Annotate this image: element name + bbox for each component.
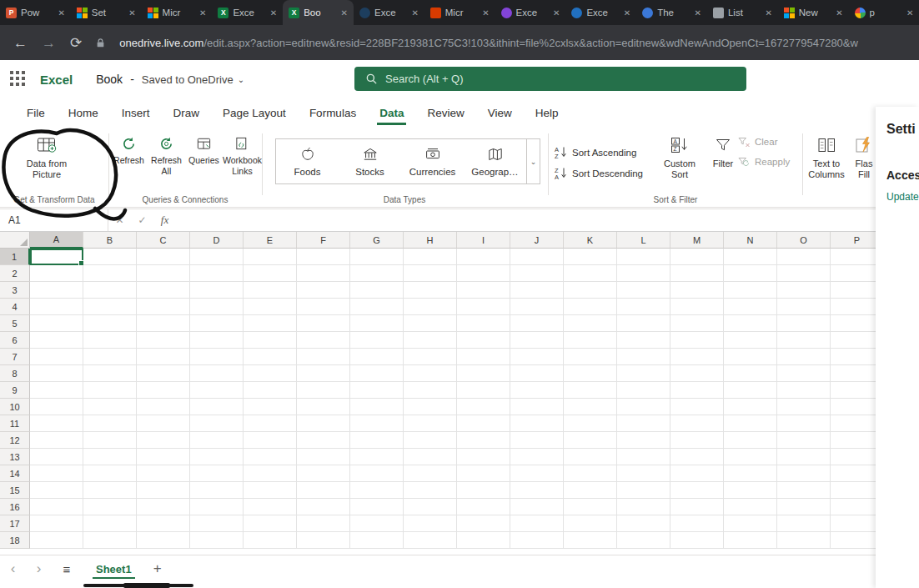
ribbon-tab-formulas[interactable]: Formulas [298, 98, 368, 127]
cell[interactable] [297, 515, 350, 532]
cell[interactable] [83, 349, 137, 365]
cell[interactable] [617, 399, 670, 415]
cell[interactable] [30, 265, 83, 282]
cell[interactable] [404, 449, 457, 465]
close-tab-icon[interactable]: ✕ [906, 8, 913, 18]
ribbon-tab-insert[interactable]: Insert [110, 98, 162, 127]
cell[interactable] [564, 415, 617, 432]
cell[interactable] [724, 365, 777, 382]
cell[interactable] [457, 315, 510, 332]
cell[interactable] [404, 349, 457, 365]
cell[interactable] [617, 532, 670, 549]
cell[interactable] [510, 249, 564, 265]
cell[interactable] [244, 449, 297, 465]
reload-icon[interactable]: ⟳ [70, 36, 82, 50]
cell[interactable] [457, 465, 510, 482]
column-header[interactable]: M [670, 232, 724, 249]
cell[interactable] [83, 399, 137, 415]
cell[interactable] [404, 499, 457, 515]
cell[interactable] [137, 382, 190, 399]
cell[interactable] [457, 399, 510, 415]
column-header[interactable]: D [190, 232, 244, 249]
cell[interactable] [777, 349, 831, 365]
cell[interactable] [83, 415, 137, 432]
cell[interactable] [190, 499, 244, 515]
cell[interactable] [724, 399, 777, 415]
browser-tab[interactable]: PPow✕ [0, 0, 71, 25]
cell[interactable] [137, 399, 190, 415]
cell[interactable] [244, 249, 297, 265]
cell[interactable] [457, 349, 510, 365]
cell[interactable] [831, 465, 876, 482]
ribbon-tab-view[interactable]: View [476, 98, 524, 127]
cell[interactable] [777, 499, 831, 515]
cell[interactable] [457, 382, 510, 399]
cell[interactable] [30, 415, 83, 432]
cell[interactable] [404, 515, 457, 532]
cell[interactable] [137, 315, 190, 332]
cell[interactable] [564, 299, 617, 315]
cell[interactable] [404, 465, 457, 482]
cell[interactable] [564, 465, 617, 482]
cell[interactable] [724, 432, 777, 449]
cell[interactable] [190, 249, 244, 265]
ribbon-tab-review[interactable]: Review [415, 98, 475, 127]
cell[interactable] [30, 532, 83, 549]
cell[interactable] [297, 265, 350, 282]
cell[interactable] [457, 482, 510, 499]
cell[interactable] [510, 415, 564, 432]
cell[interactable] [831, 332, 876, 349]
cell[interactable] [777, 315, 831, 332]
cell[interactable] [297, 415, 350, 432]
ribbon-tab-draw[interactable]: Draw [162, 98, 212, 127]
cell[interactable] [564, 332, 617, 349]
cell[interactable] [510, 532, 564, 549]
data-type-item[interactable]: Currencies [401, 139, 464, 183]
browser-tab[interactable]: Exce✕ [495, 0, 566, 25]
cell[interactable] [777, 432, 831, 449]
cell[interactable] [777, 415, 831, 432]
cell[interactable] [564, 399, 617, 415]
cell[interactable] [777, 282, 831, 299]
cell[interactable] [137, 349, 190, 365]
cell[interactable] [244, 332, 297, 349]
cell[interactable] [724, 449, 777, 465]
cell[interactable] [404, 532, 457, 549]
browser-tab[interactable]: New✕ [778, 0, 849, 25]
cell[interactable] [617, 432, 670, 449]
cell[interactable] [564, 349, 617, 365]
cell[interactable] [297, 432, 350, 449]
cell[interactable] [350, 415, 404, 432]
formula-input[interactable] [176, 209, 876, 231]
sort-ascending-button[interactable]: AZ Sort Ascending [554, 145, 636, 159]
cell[interactable] [617, 515, 670, 532]
cell[interactable] [564, 432, 617, 449]
cell[interactable] [190, 532, 244, 549]
row-header[interactable]: 17 [0, 515, 30, 532]
cell[interactable] [297, 399, 350, 415]
cell[interactable] [831, 482, 876, 499]
cell[interactable] [617, 465, 670, 482]
cell[interactable] [777, 332, 831, 349]
close-tab-icon[interactable]: ✕ [270, 8, 277, 18]
cell[interactable] [724, 249, 777, 265]
cell[interactable] [777, 515, 831, 532]
cell[interactable] [457, 299, 510, 315]
browser-tab[interactable]: List✕ [707, 0, 778, 25]
cell[interactable] [30, 382, 83, 399]
cell[interactable] [30, 365, 83, 382]
cell[interactable] [244, 415, 297, 432]
cell[interactable] [457, 332, 510, 349]
cell[interactable] [670, 299, 724, 315]
cell[interactable] [137, 515, 190, 532]
cell[interactable] [510, 449, 564, 465]
cell[interactable] [190, 365, 244, 382]
cell[interactable] [564, 532, 617, 549]
cell[interactable] [190, 349, 244, 365]
cell[interactable] [670, 332, 724, 349]
update-link[interactable]: Update [886, 191, 919, 203]
cell[interactable] [137, 499, 190, 515]
cell[interactable] [190, 482, 244, 499]
cell[interactable] [190, 432, 244, 449]
cell[interactable] [564, 365, 617, 382]
